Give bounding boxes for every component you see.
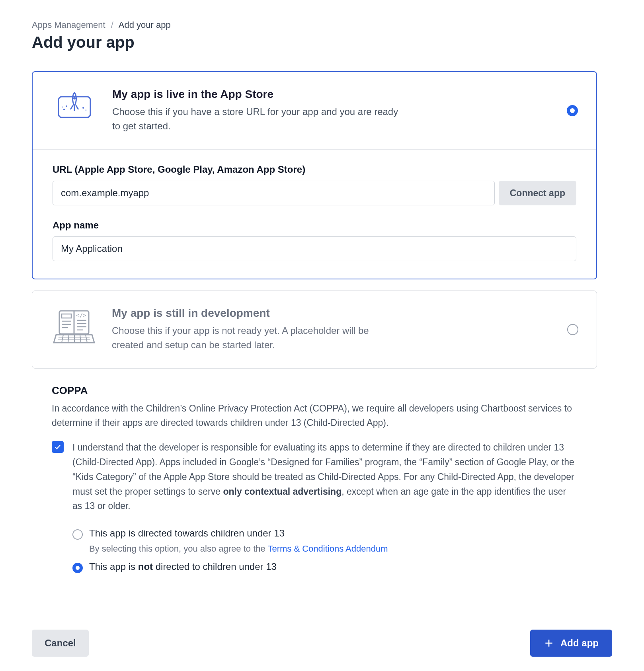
option-live-desc: Choose this if you have a store URL for … <box>112 105 399 133</box>
breadcrumb: Apps Management / Add your app <box>32 20 597 30</box>
svg-point-3 <box>66 105 67 107</box>
connect-app-button[interactable]: Connect app <box>499 181 576 205</box>
svg-line-24 <box>86 335 87 343</box>
svg-line-23 <box>80 335 81 343</box>
footer-bar: Cancel Add app <box>0 615 644 671</box>
coppa-radio-under13[interactable] <box>72 529 83 540</box>
url-input[interactable] <box>53 181 495 205</box>
add-app-button-label: Add app <box>560 638 599 649</box>
check-icon <box>54 443 61 451</box>
coppa-ack-text: I understand that the developer is respo… <box>72 440 577 513</box>
svg-line-21 <box>68 335 69 343</box>
svg-rect-9 <box>62 314 71 318</box>
app-name-input[interactable] <box>53 236 576 261</box>
breadcrumb-parent[interactable]: Apps Management <box>32 20 105 30</box>
coppa-section: COPPA In accordance with the Children’s … <box>32 384 597 573</box>
coppa-radio-not-under13[interactable] <box>72 563 83 573</box>
app-name-label: App name <box>53 220 576 231</box>
option-dev-desc: Choose this if your app is not ready yet… <box>112 324 398 352</box>
coppa-title: COPPA <box>52 384 577 397</box>
svg-point-2 <box>63 109 65 110</box>
option-dev-title: My app is still in development <box>112 307 545 320</box>
laptop-dev-icon: </> <box>52 307 96 345</box>
url-label: URL (Apple App Store, Google Play, Amazo… <box>53 164 576 175</box>
option-live-title: My app is live in the App Store <box>112 88 544 101</box>
rocket-card-icon <box>53 88 96 121</box>
option-dev-radio[interactable] <box>567 324 578 335</box>
coppa-option-under13-sub: By selecting this option, you also agree… <box>72 544 577 554</box>
svg-point-1 <box>73 97 76 99</box>
plus-icon <box>544 638 554 648</box>
terms-addendum-link[interactable]: Terms & Conditions Addendum <box>267 544 388 554</box>
option-live-radio[interactable] <box>567 105 578 116</box>
coppa-option-not-label: This app is not directed to children und… <box>89 561 277 572</box>
add-app-button[interactable]: Add app <box>530 630 612 657</box>
breadcrumb-separator: / <box>111 20 113 30</box>
cancel-button[interactable]: Cancel <box>32 630 89 657</box>
option-card-dev[interactable]: </> <box>32 291 597 369</box>
svg-point-4 <box>82 107 84 109</box>
breadcrumb-current: Add your app <box>119 20 171 30</box>
page-title: Add your app <box>32 33 597 51</box>
option-card-live[interactable]: My app is live in the App Store Choose t… <box>32 71 597 279</box>
coppa-ack-checkbox[interactable] <box>52 441 64 453</box>
coppa-intro: In accordance with the Children’s Online… <box>52 402 577 430</box>
svg-line-20 <box>62 335 63 343</box>
coppa-option-under13-label: This app is directed towards children un… <box>89 528 285 539</box>
svg-text:</>: </> <box>76 312 86 318</box>
